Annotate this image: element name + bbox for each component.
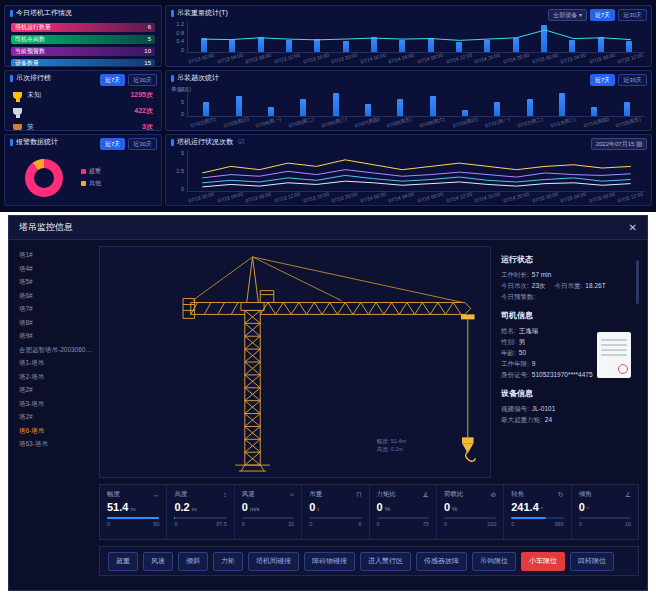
filter-7d-button[interactable]: 近7天 <box>100 138 125 150</box>
bar-slot <box>514 87 546 116</box>
stat-label: 力矩比 <box>377 490 397 499</box>
stat-cell: 高度↕0.2m037.5 <box>167 485 234 539</box>
stat-value: 0 <box>242 501 248 513</box>
alarm-donut-chart <box>25 159 63 197</box>
driver-gender: 男 <box>519 336 526 347</box>
device-list-item[interactable]: 塔5# <box>19 275 93 289</box>
device-list-item[interactable]: 塔2# <box>19 410 93 424</box>
stat-progress <box>579 517 631 519</box>
device-list-item[interactable]: 塔3-塔吊 <box>19 397 93 411</box>
run-status-chart: 52.5007/13 00:0007/13 04:0007/13 08:0007… <box>170 150 645 203</box>
stat-min: 0 <box>444 521 447 527</box>
filter-30d-button[interactable]: 近30天 <box>618 9 647 21</box>
device-list-item[interactable]: 塔2# <box>19 383 93 397</box>
filter-30d-button[interactable]: 近30天 <box>618 74 647 86</box>
work-status-row: 当前预警数10 <box>11 47 155 56</box>
stat-max: 100 <box>487 521 496 527</box>
alarm-type-button[interactable]: 小车限位 <box>521 552 565 571</box>
bar-slot <box>546 87 578 116</box>
panel-marker-icon <box>10 139 13 146</box>
alarm-type-button[interactable]: 力矩 <box>213 552 243 571</box>
alarm-type-button[interactable]: 超重 <box>108 552 138 571</box>
device-list-item[interactable]: 塔1-塔吊 <box>19 356 93 370</box>
device-filter-dropdown[interactable]: 全部设备 ▾ <box>548 9 587 21</box>
dashboard: 今日塔机工作情况 塔机运行数量6司机在岗数5当前预警数10设备数量15 吊装重量… <box>0 0 656 212</box>
alarm-type-button[interactable]: 吊钩限位 <box>472 552 516 571</box>
alarm-type-button[interactable]: 进入禁行区 <box>360 552 411 571</box>
section-title: 设备信息 <box>501 388 633 399</box>
stat-label: 荷载比 <box>444 490 464 499</box>
filter-7d-button[interactable]: 近7天 <box>590 9 615 21</box>
filter-30d-button[interactable]: 近30天 <box>128 74 157 86</box>
scrollbar[interactable] <box>636 260 639 304</box>
stat-min: 0 <box>309 521 312 527</box>
work-status-label: 塔机运行数量 <box>15 23 51 32</box>
device-list-item[interactable]: 塔9# <box>19 329 93 343</box>
stat-cell: 力矩比∡0%075 <box>370 485 437 539</box>
device-list-item[interactable]: 塔6-塔吊 <box>19 424 93 438</box>
filter-7d-button[interactable]: 近7天 <box>590 74 615 86</box>
alarm-type-button[interactable]: 塔机间碰撞 <box>248 552 299 571</box>
device-list-item[interactable]: 合肥远智塔吊-2003060105 <box>19 343 93 357</box>
work-status-value: 15 <box>144 60 151 66</box>
rank-value: 422次 <box>134 106 153 116</box>
device-list-item[interactable]: 塔63-塔吊 <box>19 437 93 451</box>
alarm-type-button[interactable]: 传感器故障 <box>416 552 467 571</box>
section-title: 司机信息 <box>501 310 633 321</box>
stats-row: 幅度↔51.4m050高度↕0.2m037.5风速≈0m/s032吊重⊓0t06… <box>99 484 639 540</box>
filter-30d-button[interactable]: 近30天 <box>128 138 157 150</box>
bar <box>365 104 371 116</box>
stat-progress-fill <box>107 517 159 519</box>
bar-slot <box>287 87 319 116</box>
stat-max: 360 <box>554 521 563 527</box>
date-picker[interactable]: 2022年07月15 ▦ <box>591 138 647 150</box>
bar <box>268 107 274 116</box>
panel-title: 塔机运行状况次数 <box>177 137 233 147</box>
stat-max: 50 <box>153 521 159 527</box>
legend-item: 超重 <box>81 167 101 176</box>
bar-slot <box>611 87 643 116</box>
stat-progress-fill <box>174 517 175 519</box>
panel-run-status: 塔机运行状况次数 ☑ 2022年07月15 ▦ 52.5007/13 00:00… <box>165 134 652 206</box>
width-icon: ↔ <box>152 491 159 498</box>
alarm-type-button[interactable]: 障碍物碰撞 <box>304 552 355 571</box>
driver-years: 9 <box>532 358 536 369</box>
alarm-type-button[interactable]: 风速 <box>143 552 173 571</box>
crane-tie-bars <box>193 257 463 303</box>
bar-slot <box>481 87 513 116</box>
chart-plot <box>187 21 645 53</box>
legend-swatch-icon <box>81 169 86 174</box>
device-list-item[interactable]: 塔4# <box>19 262 93 276</box>
rank-row: 422次 <box>9 103 157 119</box>
panel-hoist-count: 吊装趟次统计 近7天 近30天 单位(次) 105007/02(周六)07/03… <box>165 70 652 131</box>
tower-crane-illustration <box>100 247 490 477</box>
stat-unit: ° <box>541 506 543 512</box>
device-list-item[interactable]: 塔8# <box>19 316 93 330</box>
bar <box>397 99 403 116</box>
alarm-type-button[interactable]: 回转限位 <box>570 552 614 571</box>
stat-unit: m <box>192 506 197 512</box>
driver-section: 司机信息 姓名:王逸瑞 性别:男 年龄:50 工作年限:9 身份证号:51052… <box>501 310 633 380</box>
stat-progress <box>107 517 159 519</box>
device-list-item[interactable]: 塔7# <box>19 302 93 316</box>
panel-title: 今日塔机工作情况 <box>16 8 72 18</box>
bar <box>527 99 533 116</box>
stat-min: 0 <box>107 521 110 527</box>
device-list-item[interactable]: 塔1# <box>19 248 93 262</box>
stat-value: 51.4 <box>107 501 128 513</box>
filter-7d-button[interactable]: 近7天 <box>100 74 125 86</box>
legend-checkbox-icon[interactable]: ☑ <box>238 138 244 146</box>
crane-jib <box>260 303 470 315</box>
stat-progress <box>511 517 563 519</box>
close-icon[interactable]: ✕ <box>629 222 637 233</box>
stat-cell: 幅度↔51.4m050 <box>100 485 167 539</box>
legend-item: 其他 <box>81 179 101 188</box>
stat-value: 0 <box>444 501 450 513</box>
bar-slot <box>449 87 481 116</box>
alarm-type-button[interactable]: 倾斜 <box>178 552 208 571</box>
today-weight-value: 18.26T <box>585 280 605 291</box>
y-axis-labels: 1.20.80.40 <box>170 21 187 53</box>
device-list-item[interactable]: 塔6# <box>19 289 93 303</box>
alarm-buttons-row: 超重风速倾斜力矩塔机间碰撞障碍物碰撞进入禁行区传感器故障吊钩限位小车限位回转限位 <box>99 546 639 576</box>
device-list-item[interactable]: 塔2-塔吊 <box>19 370 93 384</box>
